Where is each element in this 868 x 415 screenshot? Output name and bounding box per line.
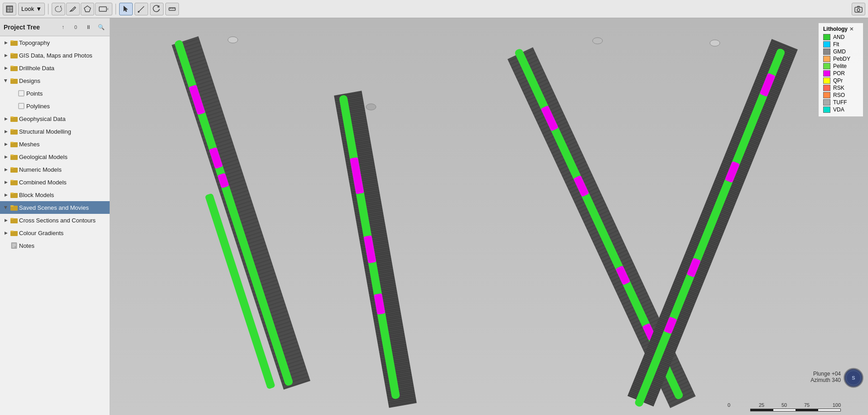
legend-label-pelite: Pelite [833, 63, 847, 69]
zero-button[interactable]: 0 [71, 22, 81, 32]
tree-label-numeric-models: Numeric Models [19, 166, 107, 173]
up-button[interactable]: ↑ [58, 22, 68, 32]
tree-label-colour-gradients: Colour Gradients [19, 230, 107, 236]
viewport[interactable]: Lithology ✕ ANDFltGMDPebDYPelitePORQPrRS… [110, 18, 868, 415]
view-mode-button[interactable] [3, 3, 16, 15]
sidebar-item-combined-models[interactable]: ▶Combined Models [0, 176, 110, 188]
look-label: Look [21, 5, 34, 12]
select-tool-button[interactable] [119, 3, 133, 15]
sidebar-item-colour-gradients[interactable]: ▶Colour Gradients [0, 227, 110, 239]
legend-item-rsk: RSK [823, 85, 858, 91]
svg-rect-8 [99, 7, 106, 11]
tree-icon-numeric-models [10, 166, 18, 173]
svg-point-10 [138, 11, 140, 13]
legend-swatch-por [823, 70, 830, 77]
legend-close-icon[interactable]: ✕ [849, 26, 854, 32]
rect-tool-button[interactable] [95, 3, 112, 15]
tree-icon-cross-sections [10, 217, 18, 224]
expand-arrow-gis-data: ▶ [3, 52, 9, 58]
svg-rect-32 [10, 142, 14, 143]
draw-tools-group [52, 3, 112, 15]
expand-arrow-topography: ▶ [3, 39, 9, 46]
tree-icon-polylines [18, 102, 25, 110]
compass-widget[interactable]: S [844, 368, 863, 388]
expand-arrow-cross-sections: ▶ [3, 217, 9, 223]
svg-rect-1 [7, 7, 10, 9]
legend-swatch-flt [823, 41, 830, 48]
drillholes-scene [110, 18, 868, 415]
expand-arrow-block-models: ▶ [3, 192, 9, 198]
expand-arrow-numeric-models: ▶ [3, 166, 9, 173]
separator-1 [48, 4, 48, 14]
svg-rect-25 [19, 91, 24, 96]
sidebar-item-saved-scenes[interactable]: ▶Saved Scenes and Movies [0, 201, 110, 214]
sidebar-item-numeric-models[interactable]: ▶Numeric Models [0, 163, 110, 176]
tree-label-saved-scenes: Saved Scenes and Movies [19, 204, 107, 211]
sidebar-item-designs[interactable]: ▶Designs [0, 74, 110, 87]
tree-icon-saved-scenes [10, 204, 18, 211]
svg-rect-36 [10, 167, 14, 169]
svg-rect-4 [10, 10, 12, 12]
svg-point-85 [710, 40, 720, 46]
svg-rect-58 [110, 18, 868, 415]
legend-label-vda: VDA [833, 106, 844, 113]
legend-swatch-gmd [823, 48, 830, 55]
search-button[interactable]: 🔍 [96, 22, 106, 32]
svg-rect-24 [10, 78, 14, 80]
main-area: Project Tree ↑ 0 ⏸ 🔍 ▶Topography▶GIS Dat… [0, 18, 868, 415]
legend-item-qpr: QPr [823, 77, 858, 84]
sidebar-item-block-models[interactable]: ▶Block Models [0, 188, 110, 201]
sidebar-item-geological-models[interactable]: ▶Geological Models [0, 150, 110, 163]
line-tool-button[interactable] [135, 3, 148, 15]
tree-label-meshes: Meshes [19, 141, 107, 148]
sidebar-item-points[interactable]: Points [0, 87, 110, 100]
tree-label-topography: Topography [19, 39, 107, 46]
polygon-tool-button[interactable] [81, 3, 94, 15]
tree-label-polylines: Polylines [26, 103, 107, 110]
sidebar-item-gis-data[interactable]: ▶GIS Data, Maps and Photos [0, 49, 110, 62]
legend-swatch-rso [823, 92, 830, 98]
legend-swatch-pelite [823, 63, 830, 69]
sidebar-item-topography[interactable]: ▶Topography [0, 36, 110, 49]
sidebar-item-cross-sections[interactable]: ▶Cross Sections and Contours [0, 214, 110, 227]
tree-icon-gis-data [10, 52, 18, 59]
tree-icon-geophysical-data [10, 115, 18, 122]
tree-icon-designs [10, 77, 18, 84]
lasso-draw-button[interactable] [52, 3, 65, 15]
rotate-tool-button[interactable] [150, 3, 164, 15]
svg-point-64 [228, 37, 238, 43]
toolbar: Look ▼ [0, 0, 868, 18]
camera-button[interactable] [852, 3, 865, 15]
tree-icon-meshes [10, 140, 18, 148]
legend-label-rsk: RSK [833, 85, 844, 91]
legend-swatch-qpr [823, 77, 830, 84]
sidebar-item-polylines[interactable]: Polylines [0, 100, 110, 112]
orientation-label: Plunge +04 Azimuth 340 [810, 371, 841, 383]
expand-arrow-combined-models: ▶ [3, 179, 9, 185]
sidebar: Project Tree ↑ 0 ⏸ 🔍 ▶Topography▶GIS Dat… [0, 18, 110, 415]
svg-line-9 [139, 6, 144, 12]
look-dropdown[interactable]: Look ▼ [18, 3, 45, 15]
tree-label-block-models: Block Models [19, 192, 107, 198]
svg-rect-30 [10, 129, 14, 130]
legend-swatch-vda [823, 106, 830, 113]
legend-item-tuff: TUFF [823, 99, 858, 106]
svg-rect-20 [10, 53, 14, 54]
pause-button[interactable]: ⏸ [83, 22, 93, 32]
sidebar-item-meshes[interactable]: ▶Meshes [0, 138, 110, 150]
tree-icon-block-models [10, 191, 18, 198]
expand-arrow-geophysical-data: ▶ [3, 116, 9, 122]
sidebar-item-notes[interactable]: Notes [0, 239, 110, 252]
sidebar-item-drillhole-data[interactable]: ▶Drillhole Data [0, 62, 110, 74]
sidebar-item-geophysical-data[interactable]: ▶Geophysical Data [0, 112, 110, 125]
legend-item-vda: VDA [823, 106, 858, 113]
sidebar-item-structural-modelling[interactable]: ▶Structural Modelling [0, 125, 110, 138]
svg-text:S: S [852, 375, 855, 381]
expand-arrow-designs: ▶ [3, 77, 9, 84]
measure-tool-button[interactable] [165, 3, 179, 15]
legend-swatch-pebdy [823, 56, 830, 62]
svg-rect-26 [19, 103, 24, 109]
tree-label-geological-models: Geological Models [19, 154, 107, 160]
pencil-tool-button[interactable] [66, 3, 80, 15]
legend-label-pebdy: PebDY [833, 56, 850, 62]
